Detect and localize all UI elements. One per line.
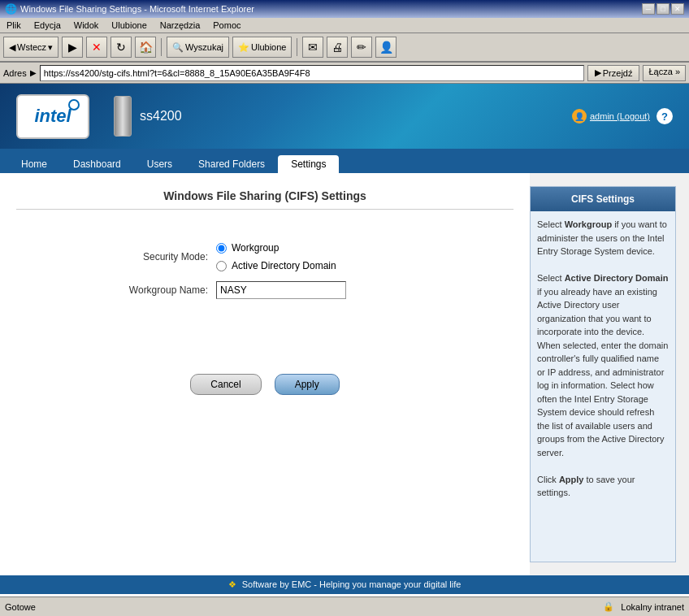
dropdown-icon: ▾	[48, 42, 53, 53]
button-row: Cancel Apply	[16, 374, 514, 395]
favorites-button[interactable]: ⭐ Ulubione	[232, 37, 292, 58]
admin-text[interactable]: admin (Logout)	[590, 111, 650, 121]
intel-logo: intel	[16, 94, 89, 139]
address-bar: Adres ▶ ▶ Przejdź Łącza »	[0, 63, 689, 84]
menu-pomoc[interactable]: Pomoc	[210, 20, 244, 31]
address-arrow-icon: ▶	[30, 68, 37, 77]
status-text: Gotowe	[5, 602, 36, 612]
menu-ulubione[interactable]: Ulubione	[108, 20, 150, 31]
sidebar-title: CIFS Settings	[531, 187, 675, 211]
workgroup-radio[interactable]	[216, 243, 227, 254]
status-right: 🔒 Lokalny intranet	[603, 601, 684, 612]
footer-icon: ❖	[228, 579, 236, 589]
address-label: Adres	[3, 68, 27, 78]
browser-content: intel ss4200 👤 admin (Logout) ? Home Das…	[0, 84, 689, 594]
tab-shared-folders[interactable]: Shared Folders	[185, 155, 278, 173]
star-icon: ⭐	[238, 42, 249, 53]
admin-icon: 👤	[572, 109, 587, 124]
separator2	[297, 38, 297, 56]
apply-button[interactable]: Apply	[275, 374, 340, 395]
nav-tabs: Home Dashboard Users Shared Folders Sett…	[0, 149, 689, 173]
form-section: Security Mode: Workgroup Active Director…	[94, 226, 436, 325]
intel-logo-text: intel	[34, 106, 71, 126]
window-titlebar: 🌐 Windows File Sharing Settings - Micros…	[0, 0, 689, 18]
ie-icon: 🌐	[5, 3, 17, 15]
search-icon: 🔍	[172, 42, 184, 53]
separator	[161, 38, 162, 56]
nas-application: intel ss4200 👤 admin (Logout) ? Home Das…	[0, 84, 689, 594]
footer-text: Software by EMC - Helping you manage you…	[242, 579, 462, 589]
links-expand-icon: »	[675, 67, 680, 76]
workgroup-name-row: Workgroup Name:	[94, 281, 436, 299]
edit-button[interactable]: ✏	[351, 37, 372, 58]
window-controls: ─ □ ✕	[642, 3, 684, 15]
workgroup-radio-row: Workgroup	[216, 242, 336, 254]
workgroup-name-label: Workgroup Name:	[94, 284, 216, 296]
cifs-settings-sidebar: CIFS Settings Select Workgroup if you wa…	[530, 186, 676, 562]
main-content: Windows File Sharing (CIFS) Settings Sec…	[0, 173, 689, 575]
menu-narzedzia[interactable]: Narzędzia	[157, 20, 204, 31]
address-input[interactable]	[40, 65, 584, 81]
nas-device-info: ss4200	[114, 96, 182, 137]
back-icon: ◀	[9, 42, 15, 53]
menu-edycja[interactable]: Edycja	[31, 20, 64, 31]
device-icon	[114, 96, 132, 137]
security-lock-icon: 🔒	[603, 601, 614, 612]
ad-radio[interactable]	[216, 261, 227, 271]
admin-info: 👤 admin (Logout)	[572, 109, 650, 124]
tab-home[interactable]: Home	[8, 155, 60, 173]
refresh-button[interactable]: ↻	[110, 37, 132, 58]
nas-header: intel ss4200 👤 admin (Logout) ?	[0, 84, 689, 149]
go-arrow-icon: ▶	[595, 67, 601, 78]
home-button[interactable]: 🏠	[135, 37, 156, 58]
window-title: Windows File Sharing Settings - Microsof…	[20, 4, 254, 14]
cancel-button[interactable]: Cancel	[190, 374, 261, 395]
help-button[interactable]: ?	[656, 108, 673, 124]
ad-radio-row: Active Directory Domain	[216, 260, 336, 271]
close-button[interactable]: ✕	[671, 3, 684, 15]
menu-bar: Plik Edycja Widok Ulubione Narzędzia Pom…	[0, 18, 689, 33]
security-mode-label: Security Mode:	[94, 251, 216, 262]
back-button[interactable]: ◀ Wstecz ▾	[3, 37, 58, 58]
sidebar-content: Select Workgroup if you want to administ…	[531, 211, 675, 506]
intel-circle-decoration	[68, 99, 80, 111]
maximize-button[interactable]: □	[656, 3, 670, 15]
go-button[interactable]: ▶ Przejdź	[587, 65, 640, 81]
links-button[interactable]: Łącza »	[643, 65, 686, 81]
form-area: Windows File Sharing (CIFS) Settings Sec…	[0, 173, 530, 575]
stop-button[interactable]: ✕	[86, 37, 107, 58]
workgroup-name-input[interactable]	[216, 281, 346, 299]
workgroup-radio-label[interactable]: Workgroup	[232, 242, 279, 254]
people-button[interactable]: 👤	[375, 37, 396, 58]
status-bar: Gotowe 🔒 Lokalny intranet	[0, 596, 689, 616]
toolbar: ◀ Wstecz ▾ ▶ ✕ ↻ 🏠 🔍 Wyszukaj ⭐ Ulubione…	[0, 33, 689, 63]
nas-footer: ❖ Software by EMC - Helping you manage y…	[0, 575, 689, 594]
form-title: Windows File Sharing (CIFS) Settings	[16, 189, 514, 210]
security-mode-control: Workgroup Active Directory Domain	[216, 242, 336, 271]
menu-widok[interactable]: Widok	[71, 20, 102, 31]
tab-dashboard[interactable]: Dashboard	[60, 155, 134, 173]
menu-plik[interactable]: Plik	[3, 20, 24, 31]
print-button[interactable]: 🖨	[327, 37, 348, 58]
search-button[interactable]: 🔍 Wyszukaj	[167, 37, 229, 58]
mail-button[interactable]: ✉	[302, 37, 323, 58]
tab-settings[interactable]: Settings	[278, 155, 339, 173]
security-mode-row: Security Mode: Workgroup Active Director…	[94, 242, 436, 271]
header-right: 👤 admin (Logout) ?	[572, 108, 673, 124]
forward-button[interactable]: ▶	[62, 37, 83, 58]
device-name: ss4200	[140, 109, 182, 124]
zone-text: Lokalny intranet	[621, 602, 684, 612]
minimize-button[interactable]: ─	[642, 3, 655, 15]
tab-users[interactable]: Users	[134, 155, 185, 173]
ad-radio-label[interactable]: Active Directory Domain	[232, 260, 336, 271]
